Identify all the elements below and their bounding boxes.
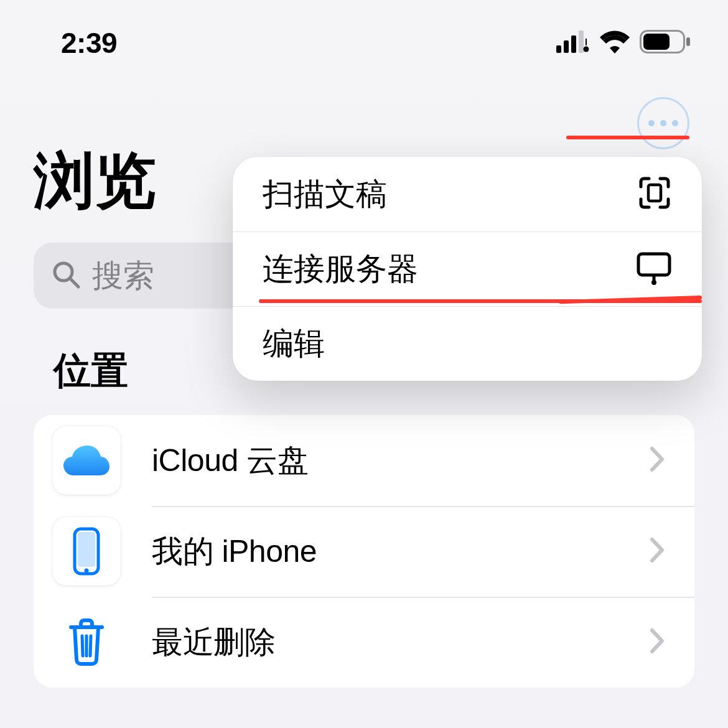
svg-rect-0: [556, 45, 561, 53]
svg-rect-3: [579, 30, 584, 53]
svg-rect-1: [564, 40, 569, 53]
menu-scan-documents[interactable]: 扫描文稿: [233, 157, 702, 231]
location-iphone[interactable]: 我的 iPhone: [34, 506, 694, 597]
annotation-line: [566, 136, 689, 139]
menu-label: 编辑: [263, 323, 325, 365]
cloud-icon: [52, 426, 121, 495]
locations-list: iCloud 云盘 我的 iPhone: [34, 415, 694, 688]
ellipsis-icon: [648, 120, 655, 126]
svg-rect-18: [638, 254, 670, 275]
server-icon: [636, 251, 672, 287]
row-label: 我的 iPhone: [152, 531, 650, 572]
cellular-icon: [556, 30, 590, 55]
chevron-right-icon: [650, 537, 665, 566]
phone-icon: [52, 517, 121, 586]
menu-connect-server[interactable]: 连接服务器: [233, 231, 702, 306]
search-icon: [51, 259, 81, 292]
row-label: 最近删除: [152, 622, 650, 663]
svg-point-20: [651, 280, 656, 285]
status-time: 2:39: [61, 26, 117, 60]
svg-rect-5: [586, 39, 587, 45]
svg-line-10: [70, 279, 78, 287]
menu-label: 扫描文稿: [263, 174, 387, 215]
annotation-line: [259, 299, 702, 303]
section-title: 位置: [54, 346, 128, 396]
chevron-right-icon: [650, 446, 665, 475]
trash-icon: [52, 608, 121, 676]
svg-line-14: [82, 636, 83, 656]
svg-point-13: [85, 569, 89, 573]
menu-label: 连接服务器: [263, 248, 418, 290]
svg-line-16: [90, 636, 91, 656]
battery-icon: [640, 30, 691, 56]
status-icons: [556, 30, 691, 56]
wifi-icon: [599, 30, 631, 56]
location-recently-deleted[interactable]: 最近删除: [34, 597, 694, 688]
svg-rect-7: [643, 34, 670, 50]
status-bar: 2:39: [0, 0, 728, 60]
row-label: iCloud 云盘: [152, 440, 650, 482]
svg-rect-8: [686, 37, 690, 46]
search-placeholder: 搜索: [92, 255, 154, 297]
svg-point-4: [584, 47, 589, 52]
svg-rect-2: [571, 35, 576, 53]
location-icloud[interactable]: iCloud 云盘: [34, 415, 694, 506]
context-menu: 扫描文稿 连接服务器 编辑: [233, 157, 702, 381]
scan-icon: [637, 175, 672, 213]
chevron-right-icon: [650, 628, 665, 656]
svg-rect-12: [78, 532, 95, 567]
more-button[interactable]: [637, 97, 689, 149]
menu-edit[interactable]: 编辑: [233, 306, 702, 381]
